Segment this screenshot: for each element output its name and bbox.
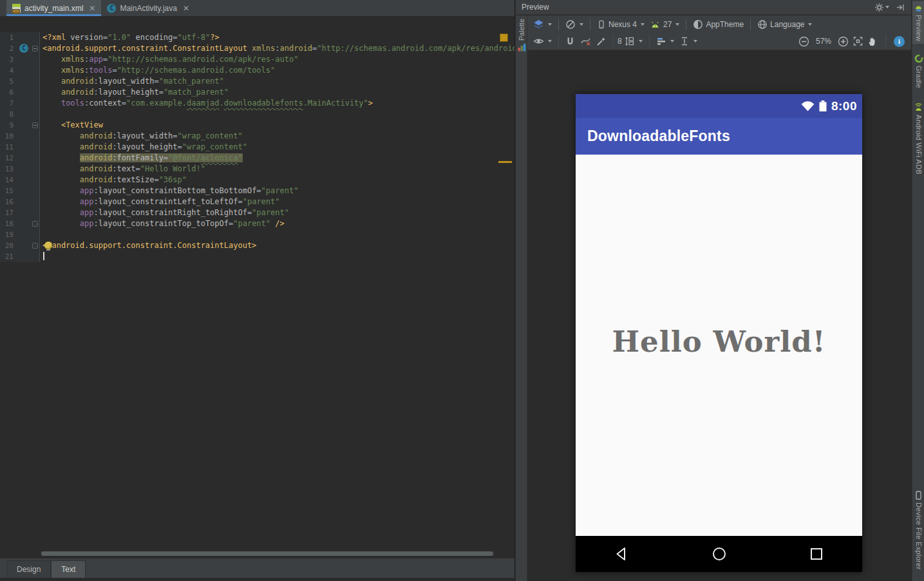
- fold-gutter: [31, 98, 40, 109]
- tab-text[interactable]: Text: [51, 560, 86, 578]
- info-button[interactable]: i: [894, 36, 905, 47]
- pack-button[interactable]: [622, 36, 645, 46]
- code-editor[interactable]: 1<?xml version="1.0" encoding="utf-8"?>2…: [0, 17, 514, 551]
- fold-gutter: [31, 120, 40, 131]
- default-margin-value[interactable]: 8: [618, 37, 622, 46]
- hide-panel-icon[interactable]: [896, 3, 905, 12]
- editor-tab-bar: <> activity_main.xml ✕ C MainActivity.ja…: [0, 0, 514, 17]
- line-number: 8: [0, 109, 18, 120]
- gear-icon[interactable]: [874, 3, 889, 12]
- clear-constraints-button[interactable]: [578, 36, 594, 46]
- horizontal-scrollbar[interactable]: [41, 551, 493, 557]
- code-line[interactable]: 7 tools:context="com.example.daamjad.dow…: [0, 98, 514, 109]
- code-text: tools:context="com.example.daamjad.downl…: [40, 98, 373, 109]
- theme-selector[interactable]: AppTheme: [690, 19, 746, 30]
- gutter-icon-area: [18, 153, 31, 164]
- fold-gutter: [31, 65, 40, 76]
- code-line[interactable]: 14 android:textSize="36sp": [0, 175, 514, 186]
- code-line[interactable]: 2C<android.support.constraint.Constraint…: [0, 43, 514, 54]
- palette-tool-button[interactable]: Palette: [516, 17, 527, 53]
- api-version-selector[interactable]: 27: [647, 20, 682, 29]
- code-line[interactable]: 16 app:layout_constraintLeft_toLeftOf="p…: [0, 196, 514, 207]
- scrollbar-thumb[interactable]: [41, 551, 493, 556]
- line-number: 17: [0, 207, 18, 218]
- fold-gutter: [31, 76, 40, 87]
- zoom-in-button[interactable]: [838, 36, 849, 47]
- preview-canvas[interactable]: 8:00 DownloadableFonts Hello World!: [528, 50, 911, 581]
- line-number: 2: [0, 43, 18, 54]
- close-tab-icon[interactable]: ✕: [89, 4, 95, 13]
- fold-open-icon[interactable]: [32, 122, 38, 128]
- code-line[interactable]: 17 app:layout_constraintRight_toRightOf=…: [0, 207, 514, 218]
- tab-label: activity_main.xml: [24, 4, 83, 13]
- pan-hand-icon[interactable]: [867, 36, 878, 47]
- wifi-icon: [801, 100, 815, 111]
- code-line[interactable]: 5 android:layout_width="match_parent": [0, 76, 514, 87]
- distribute-button[interactable]: [677, 36, 700, 46]
- zoom-to-fit-button[interactable]: [853, 36, 863, 46]
- code-line[interactable]: 20</android.support.constraint.Constrain…: [0, 240, 514, 251]
- code-line[interactable]: 10 android:layout_width="wrap_content": [0, 131, 514, 142]
- fold-gutter: [31, 164, 40, 175]
- code-line[interactable]: 15 app:layout_constraintBottom_toBottomO…: [0, 186, 514, 196]
- tool-button-device-file-explorer[interactable]: Device File Explorer: [912, 488, 924, 572]
- code-line[interactable]: 13 android:text="Hello World!": [0, 164, 514, 175]
- hello-world-text: Hello World!: [576, 325, 862, 359]
- tool-button-android-wifi-adb[interactable]: Android WiFi ADB: [912, 100, 924, 177]
- fold-gutter: [31, 109, 40, 120]
- code-line[interactable]: 21: [0, 251, 514, 262]
- fold-gutter: [31, 186, 40, 196]
- intention-bulb-icon[interactable]: [44, 242, 52, 249]
- code-text: xmlns:tools="http://schemas.android.com/…: [40, 65, 275, 76]
- close-tab-icon[interactable]: ✕: [183, 4, 189, 13]
- gutter-icon-area: [18, 196, 31, 207]
- code-line[interactable]: 3 xmlns:app="http://schemas.android.com/…: [0, 54, 514, 65]
- line-number: 1: [0, 32, 18, 43]
- code-text: [40, 251, 44, 262]
- class-context-icon[interactable]: C: [19, 44, 28, 53]
- code-line[interactable]: 18 app:layout_constraintTop_toTopOf="par…: [0, 218, 514, 229]
- autoconnect-magnet-icon[interactable]: [563, 36, 578, 46]
- infer-constraints-wand-icon[interactable]: [594, 36, 609, 46]
- code-line[interactable]: 1<?xml version="1.0" encoding="utf-8"?>: [0, 32, 514, 43]
- gutter-icon-area: [18, 65, 31, 76]
- fold-open-icon[interactable]: [32, 46, 38, 52]
- fold-gutter: [31, 229, 40, 240]
- tab-design[interactable]: Design: [6, 560, 51, 578]
- line-number: 12: [0, 153, 18, 164]
- orientation-button[interactable]: [563, 19, 586, 30]
- zoom-out-button[interactable]: [798, 36, 809, 47]
- code-line[interactable]: 8: [0, 109, 514, 120]
- view-options-button[interactable]: [531, 36, 554, 46]
- scrollbar-highlight-marker: [498, 161, 512, 163]
- fold-gutter: [31, 196, 40, 207]
- gutter-icon-area: [18, 142, 31, 153]
- code-line[interactable]: 4 xmlns:tools="http://schemas.android.co…: [0, 65, 514, 76]
- fold-end-icon[interactable]: [32, 243, 38, 249]
- align-button[interactable]: [654, 36, 677, 46]
- device-status-bar: 8:00: [576, 94, 862, 118]
- inspection-status-indicator[interactable]: [500, 33, 508, 42]
- code-text: android:textSize="36sp": [40, 175, 187, 186]
- code-line[interactable]: 19: [0, 229, 514, 240]
- tab-activity-main-xml[interactable]: <> activity_main.xml ✕: [6, 0, 101, 16]
- code-line[interactable]: 6 android:layout_height="match_parent": [0, 87, 514, 98]
- code-line[interactable]: 11 android:layout_height="wrap_content": [0, 142, 514, 153]
- tab-mainactivity-java[interactable]: C MainActivity.java ✕: [101, 0, 195, 16]
- theme-label: AppTheme: [706, 20, 744, 29]
- language-selector[interactable]: Language: [755, 19, 815, 30]
- gutter-icon-area: [18, 54, 31, 65]
- code-line[interactable]: 9 <TextView: [0, 120, 514, 131]
- code-text: <android.support.constraint.ConstraintLa…: [40, 43, 514, 54]
- code-line[interactable]: 12 android:fontFamily="@font/aclonica": [0, 153, 514, 164]
- android-wifi-icon: [914, 102, 923, 112]
- highlighted-range: android:fontFamily="@font/aclonica": [80, 153, 243, 162]
- device-selector[interactable]: Nexus 4: [594, 19, 647, 30]
- tool-button-preview[interactable]: Preview: [912, 1, 924, 44]
- design-surface-button[interactable]: [531, 19, 554, 30]
- fold-end-icon[interactable]: [32, 221, 38, 227]
- tool-button-gradle[interactable]: Gradle: [912, 52, 924, 91]
- code-text: app:layout_constraintRight_toRightOf="pa…: [40, 207, 289, 218]
- fold-gutter: [31, 142, 40, 153]
- line-number: 7: [0, 98, 18, 109]
